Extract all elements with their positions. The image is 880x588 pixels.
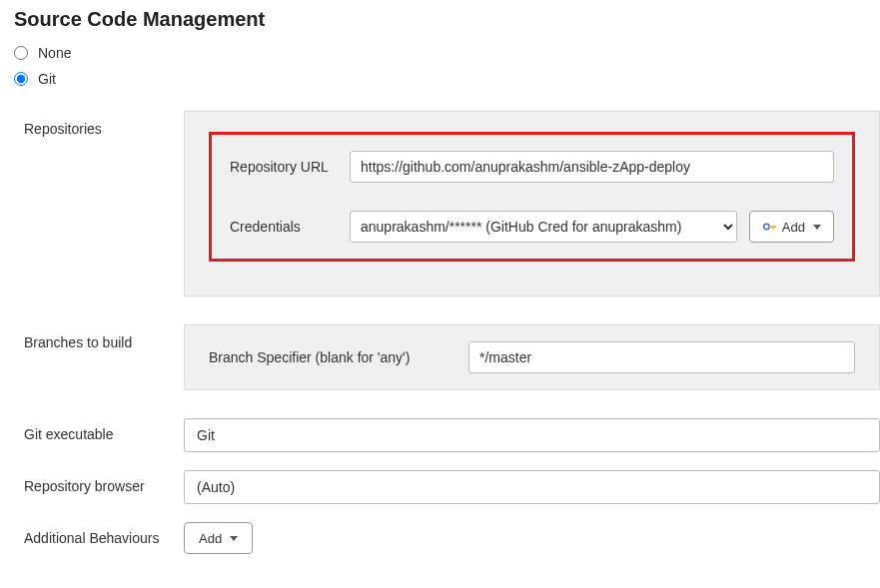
credentials-select[interactable]: anuprakashm/****** (GitHub Cred for anup…	[350, 211, 737, 243]
credentials-label: Credentials	[230, 219, 350, 235]
section-title: Source Code Management	[0, 0, 880, 45]
credentials-add-button[interactable]: Add	[749, 211, 834, 243]
branch-specifier-line: Branch Specifier (blank for 'any')	[209, 341, 855, 373]
repositories-highlight: Repository URL Credentials anuprakashm/*…	[209, 132, 855, 262]
branches-panel: Branch Specifier (blank for 'any')	[184, 324, 880, 390]
repo-browser-row: Repository browser	[24, 470, 880, 504]
branch-specifier-label: Branch Specifier (blank for 'any')	[209, 349, 468, 365]
repositories-label: Repositories	[24, 111, 184, 137]
credentials-add-label: Add	[782, 220, 805, 235]
additional-add-label: Add	[199, 531, 222, 546]
scm-option-git-label: Git	[38, 71, 56, 87]
repo-browser-input[interactable]	[184, 470, 880, 504]
git-exec-label: Git executable	[24, 418, 184, 442]
additional-add-button[interactable]: Add	[184, 522, 253, 554]
credentials-line: Credentials anuprakashm/****** (GitHub C…	[230, 211, 834, 243]
branches-label: Branches to build	[24, 324, 184, 350]
repositories-row: Repositories Repository URL Credentials …	[24, 111, 880, 296]
branches-row: Branches to build Branch Specifier (blan…	[24, 324, 880, 390]
git-exec-row: Git executable	[24, 418, 880, 452]
chevron-down-icon	[813, 225, 821, 230]
key-icon	[762, 220, 776, 234]
scm-option-none[interactable]: None	[14, 45, 866, 61]
repo-url-label: Repository URL	[230, 159, 350, 175]
scm-radio-none[interactable]	[14, 46, 28, 60]
repo-browser-label: Repository browser	[24, 470, 184, 494]
scm-option-none-label: None	[38, 45, 71, 61]
additional-label: Additional Behaviours	[24, 522, 184, 546]
chevron-down-icon	[230, 536, 238, 541]
svg-point-0	[763, 224, 769, 230]
svg-rect-2	[772, 226, 773, 229]
scm-radio-group: None Git	[0, 45, 880, 111]
git-config-block: Repositories Repository URL Credentials …	[24, 111, 880, 554]
scm-option-git[interactable]: Git	[14, 71, 866, 87]
scm-radio-git[interactable]	[14, 72, 28, 86]
repo-url-input[interactable]	[350, 151, 834, 183]
repositories-panel: Repository URL Credentials anuprakashm/*…	[184, 111, 880, 296]
repo-url-line: Repository URL	[230, 151, 834, 183]
git-exec-input[interactable]	[184, 418, 880, 452]
additional-row: Additional Behaviours Add	[24, 522, 880, 554]
branch-specifier-input[interactable]	[468, 341, 855, 373]
svg-rect-3	[774, 226, 775, 228]
